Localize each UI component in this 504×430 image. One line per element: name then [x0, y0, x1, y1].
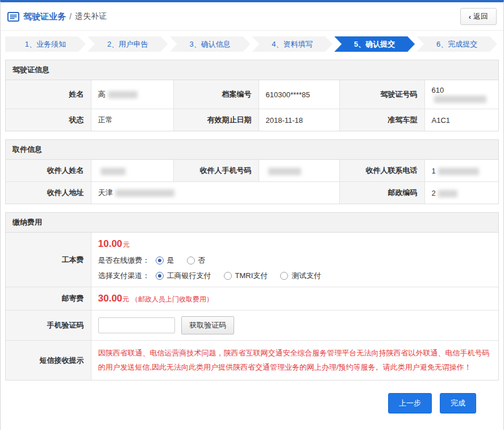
name-value: 高	[91, 80, 173, 109]
page-title: 驾驶证业务	[23, 11, 66, 22]
recipient-phone-text: 1	[432, 167, 436, 175]
page: 驾驶证业务 / 遗失补证 ‹ 返回 1、业务须知 2、用户申告 3、确认信息 4…	[0, 0, 504, 430]
license-number-label: 驾驶证号码	[339, 80, 424, 109]
page-subtitle: 遗失补证	[75, 11, 107, 22]
license-business-icon	[7, 12, 19, 22]
radio-unselected-icon	[224, 272, 232, 280]
postal-code-label: 邮政编码	[339, 182, 424, 204]
sms-warning-text: 因陕西省联通、电信运营商技术问题，陕西省互联网交通安全综合服务管理平台无法向持陕…	[98, 346, 492, 374]
fees-table: 工本费 10.00元 是否在线缴费： 是 否	[6, 233, 498, 380]
table-row: 收件人地址 天津 邮政编码 2	[6, 182, 498, 204]
production-fee-number: 10.00	[98, 238, 123, 249]
back-label: 返回	[473, 11, 488, 22]
redacted-value	[438, 190, 457, 197]
previous-step-button[interactable]: 上一步	[388, 393, 432, 414]
mailing-fee-note: （邮政人员上门收取费用）	[131, 295, 213, 303]
license-number-text: 610	[432, 86, 444, 94]
pickup-section-header: 取件信息	[6, 140, 498, 160]
pickup-info-table: 收件人姓名 收件人手机号码 收件人联系电话 1 收件人地址 天津 邮政编码 2	[6, 160, 498, 204]
step-1-business-notice[interactable]: 1、业务须知	[5, 36, 86, 52]
online-no-radio[interactable]: 否	[187, 255, 206, 266]
back-chevron-icon: ‹	[469, 13, 471, 21]
license-info-section: 驾驶证信息 姓名 高 档案编号 610300****85 驾驶证号码 610 状…	[5, 60, 499, 131]
online-no-label: 否	[198, 255, 206, 266]
table-row: 状态 正常 有效期止日期 2018-11-18 准驾车型 A1C1	[6, 109, 498, 131]
redacted-value	[434, 96, 486, 103]
breadcrumb-separator: /	[69, 12, 72, 21]
footer-actions: 上一步 完成	[5, 393, 476, 414]
production-fee-amount: 10.00元	[98, 238, 492, 250]
step-label: 2、用户申告	[107, 39, 148, 49]
license-number-value: 610	[424, 80, 498, 109]
postal-code-value: 2	[424, 182, 498, 204]
mailing-fee-label: 邮寄费	[6, 287, 91, 311]
payment-channel-row: 选择支付渠道： 工商银行支付 TMRI支付 测试支付	[98, 271, 492, 281]
production-fee-cell: 10.00元 是否在线缴费： 是 否 选择支	[91, 233, 498, 287]
redacted-value	[438, 168, 479, 175]
channel-tmri-radio[interactable]: TMRI支付	[224, 271, 268, 281]
sms-notice-cell: 因陕西省联通、电信运营商技术问题，陕西省互联网交通安全综合服务管理平台无法向持陕…	[91, 341, 498, 381]
fees-section: 缴纳费用 工本费 10.00元 是否在线缴费： 是	[5, 212, 499, 381]
recipient-phone-label: 收件人联系电话	[339, 160, 424, 182]
step-nav: 1、业务须知 2、用户申告 3、确认信息 4、资料填写 5、确认提交 6、完成提…	[5, 36, 499, 52]
status-value: 正常	[91, 109, 173, 131]
step-label: 1、业务须知	[25, 39, 66, 49]
channel-icbc-radio[interactable]: 工商银行支付	[156, 271, 211, 281]
step-4-fill-data[interactable]: 4、资料填写	[252, 36, 332, 52]
mailing-fee-unit: 元	[122, 295, 129, 303]
vehicle-class-label: 准驾车型	[339, 109, 424, 131]
radio-selected-icon	[156, 272, 164, 280]
recipient-address-text: 天津	[98, 188, 113, 197]
table-row: 工本费 10.00元 是否在线缴费： 是 否	[6, 233, 498, 287]
recipient-mobile-label: 收件人手机号码	[173, 160, 259, 182]
payment-channel-question: 选择支付渠道：	[98, 271, 150, 281]
mailing-fee-cell: 30.00元（邮政人员上门收取费用）	[91, 287, 498, 311]
sms-notice-label: 短信接收提示	[6, 341, 91, 381]
redacted-value	[115, 189, 174, 197]
table-row: 手机验证码 获取验证码	[6, 311, 498, 341]
table-row: 邮寄费 30.00元（邮政人员上门收取费用）	[6, 287, 498, 311]
production-fee-label: 工本费	[6, 233, 91, 287]
recipient-address-value: 天津	[91, 182, 339, 204]
channel-test-radio[interactable]: 测试支付	[280, 271, 321, 281]
fees-section-header: 缴纳费用	[6, 213, 498, 233]
pickup-info-section: 取件信息 收件人姓名 收件人手机号码 收件人联系电话 1 收件人地址 天津 邮政…	[5, 139, 499, 204]
step-5-confirm-submit[interactable]: 5、确认提交	[334, 36, 415, 52]
get-sms-code-button[interactable]: 获取验证码	[181, 316, 234, 334]
sms-code-label: 手机验证码	[6, 311, 91, 341]
online-yes-label: 是	[167, 255, 174, 266]
recipient-address-label: 收件人地址	[6, 182, 91, 204]
step-2-user-declaration[interactable]: 2、用户申告	[88, 36, 168, 52]
table-row: 姓名 高 档案编号 610300****85 驾驶证号码 610	[6, 80, 498, 109]
name-label: 姓名	[6, 80, 91, 109]
license-info-table: 姓名 高 档案编号 610300****85 驾驶证号码 610 状态 正常 有…	[6, 80, 498, 131]
channel-icbc-label: 工商银行支付	[167, 271, 211, 281]
step-label: 6、完成提交	[436, 39, 477, 49]
back-button[interactable]: ‹ 返回	[460, 8, 497, 25]
expiry-label: 有效期止日期	[173, 109, 259, 131]
redacted-value	[268, 168, 301, 175]
channel-tmri-label: TMRI支付	[235, 271, 268, 281]
radio-selected-icon	[156, 257, 164, 264]
name-text: 高	[98, 90, 106, 98]
online-yes-radio[interactable]: 是	[156, 255, 174, 266]
vehicle-class-value: A1C1	[424, 109, 498, 131]
recipient-name-label: 收件人姓名	[6, 160, 91, 182]
step-6-complete-submit[interactable]: 6、完成提交	[416, 36, 497, 52]
redacted-value	[108, 91, 138, 98]
sms-code-cell: 获取验证码	[91, 311, 498, 341]
recipient-phone-value: 1	[424, 160, 498, 182]
status-label: 状态	[6, 109, 91, 131]
channel-test-label: 测试支付	[291, 271, 321, 281]
radio-unselected-icon	[280, 272, 288, 280]
step-label: 3、确认信息	[189, 39, 230, 49]
recipient-mobile-value	[259, 160, 339, 182]
file-number-value: 610300****85	[259, 80, 339, 109]
mailing-fee-number: 30.00	[98, 293, 123, 304]
online-payment-question: 是否在线缴费：	[98, 255, 150, 266]
step-3-confirm-info[interactable]: 3、确认信息	[170, 36, 251, 52]
sms-code-input[interactable]	[98, 317, 175, 333]
production-fee-unit: 元	[123, 241, 130, 249]
file-number-label: 档案编号	[173, 80, 259, 109]
finish-button[interactable]: 完成	[440, 393, 476, 414]
